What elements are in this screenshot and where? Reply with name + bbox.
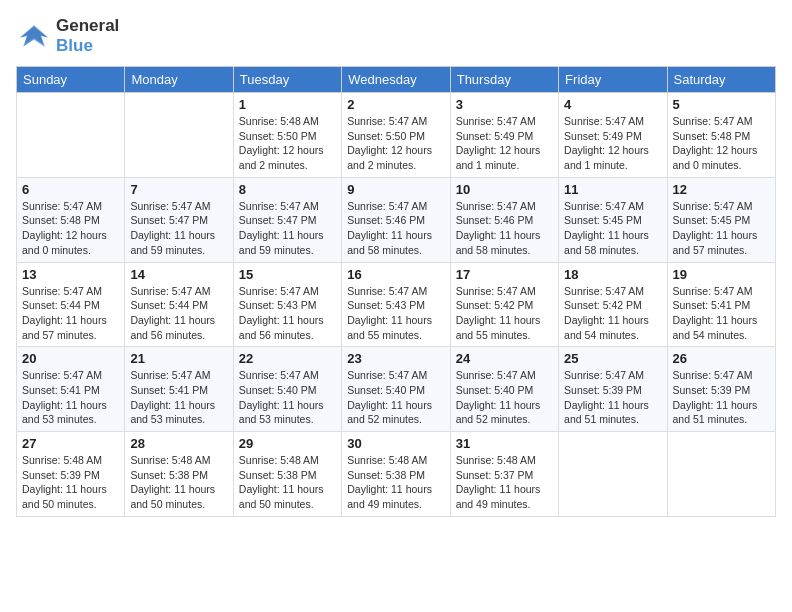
logo-icon <box>16 18 52 54</box>
calendar-cell: 26Sunrise: 5:47 AM Sunset: 5:39 PM Dayli… <box>667 347 775 432</box>
calendar-cell: 14Sunrise: 5:47 AM Sunset: 5:44 PM Dayli… <box>125 262 233 347</box>
calendar-cell: 16Sunrise: 5:47 AM Sunset: 5:43 PM Dayli… <box>342 262 450 347</box>
calendar-cell: 19Sunrise: 5:47 AM Sunset: 5:41 PM Dayli… <box>667 262 775 347</box>
day-number: 1 <box>239 97 336 112</box>
day-info: Sunrise: 5:47 AM Sunset: 5:44 PM Dayligh… <box>130 284 227 343</box>
day-info: Sunrise: 5:47 AM Sunset: 5:47 PM Dayligh… <box>239 199 336 258</box>
day-number: 21 <box>130 351 227 366</box>
day-number: 19 <box>673 267 770 282</box>
day-number: 9 <box>347 182 444 197</box>
weekday-header-tuesday: Tuesday <box>233 67 341 93</box>
day-number: 2 <box>347 97 444 112</box>
day-info: Sunrise: 5:47 AM Sunset: 5:41 PM Dayligh… <box>130 368 227 427</box>
day-number: 4 <box>564 97 661 112</box>
day-info: Sunrise: 5:47 AM Sunset: 5:39 PM Dayligh… <box>673 368 770 427</box>
day-info: Sunrise: 5:47 AM Sunset: 5:46 PM Dayligh… <box>347 199 444 258</box>
calendar-cell: 6Sunrise: 5:47 AM Sunset: 5:48 PM Daylig… <box>17 177 125 262</box>
day-info: Sunrise: 5:47 AM Sunset: 5:39 PM Dayligh… <box>564 368 661 427</box>
calendar-cell: 27Sunrise: 5:48 AM Sunset: 5:39 PM Dayli… <box>17 432 125 517</box>
day-number: 18 <box>564 267 661 282</box>
calendar-cell: 9Sunrise: 5:47 AM Sunset: 5:46 PM Daylig… <box>342 177 450 262</box>
day-number: 26 <box>673 351 770 366</box>
day-info: Sunrise: 5:47 AM Sunset: 5:42 PM Dayligh… <box>456 284 553 343</box>
calendar-cell: 4Sunrise: 5:47 AM Sunset: 5:49 PM Daylig… <box>559 93 667 178</box>
calendar-cell: 29Sunrise: 5:48 AM Sunset: 5:38 PM Dayli… <box>233 432 341 517</box>
calendar-cell: 23Sunrise: 5:47 AM Sunset: 5:40 PM Dayli… <box>342 347 450 432</box>
day-number: 30 <box>347 436 444 451</box>
calendar-cell: 7Sunrise: 5:47 AM Sunset: 5:47 PM Daylig… <box>125 177 233 262</box>
calendar-cell: 21Sunrise: 5:47 AM Sunset: 5:41 PM Dayli… <box>125 347 233 432</box>
calendar-cell: 10Sunrise: 5:47 AM Sunset: 5:46 PM Dayli… <box>450 177 558 262</box>
calendar-cell: 11Sunrise: 5:47 AM Sunset: 5:45 PM Dayli… <box>559 177 667 262</box>
day-info: Sunrise: 5:48 AM Sunset: 5:37 PM Dayligh… <box>456 453 553 512</box>
logo-text: General Blue <box>56 16 119 56</box>
calendar-cell: 17Sunrise: 5:47 AM Sunset: 5:42 PM Dayli… <box>450 262 558 347</box>
day-info: Sunrise: 5:47 AM Sunset: 5:48 PM Dayligh… <box>22 199 119 258</box>
day-number: 11 <box>564 182 661 197</box>
calendar-cell: 5Sunrise: 5:47 AM Sunset: 5:48 PM Daylig… <box>667 93 775 178</box>
day-number: 5 <box>673 97 770 112</box>
calendar-cell: 8Sunrise: 5:47 AM Sunset: 5:47 PM Daylig… <box>233 177 341 262</box>
page-header: General Blue <box>16 16 776 56</box>
calendar-cell: 28Sunrise: 5:48 AM Sunset: 5:38 PM Dayli… <box>125 432 233 517</box>
day-number: 23 <box>347 351 444 366</box>
day-number: 14 <box>130 267 227 282</box>
day-info: Sunrise: 5:47 AM Sunset: 5:50 PM Dayligh… <box>347 114 444 173</box>
day-number: 15 <box>239 267 336 282</box>
day-info: Sunrise: 5:47 AM Sunset: 5:45 PM Dayligh… <box>673 199 770 258</box>
day-number: 6 <box>22 182 119 197</box>
weekday-header-thursday: Thursday <box>450 67 558 93</box>
calendar-cell <box>17 93 125 178</box>
day-info: Sunrise: 5:47 AM Sunset: 5:49 PM Dayligh… <box>564 114 661 173</box>
calendar-cell <box>559 432 667 517</box>
day-info: Sunrise: 5:47 AM Sunset: 5:40 PM Dayligh… <box>239 368 336 427</box>
calendar-cell: 25Sunrise: 5:47 AM Sunset: 5:39 PM Dayli… <box>559 347 667 432</box>
calendar-cell: 31Sunrise: 5:48 AM Sunset: 5:37 PM Dayli… <box>450 432 558 517</box>
calendar-table: SundayMondayTuesdayWednesdayThursdayFrid… <box>16 66 776 517</box>
calendar-cell: 18Sunrise: 5:47 AM Sunset: 5:42 PM Dayli… <box>559 262 667 347</box>
day-info: Sunrise: 5:47 AM Sunset: 5:49 PM Dayligh… <box>456 114 553 173</box>
day-number: 25 <box>564 351 661 366</box>
day-number: 12 <box>673 182 770 197</box>
day-info: Sunrise: 5:47 AM Sunset: 5:48 PM Dayligh… <box>673 114 770 173</box>
day-info: Sunrise: 5:47 AM Sunset: 5:41 PM Dayligh… <box>673 284 770 343</box>
day-info: Sunrise: 5:47 AM Sunset: 5:43 PM Dayligh… <box>347 284 444 343</box>
day-info: Sunrise: 5:47 AM Sunset: 5:45 PM Dayligh… <box>564 199 661 258</box>
day-number: 27 <box>22 436 119 451</box>
day-info: Sunrise: 5:47 AM Sunset: 5:46 PM Dayligh… <box>456 199 553 258</box>
day-number: 24 <box>456 351 553 366</box>
day-info: Sunrise: 5:47 AM Sunset: 5:42 PM Dayligh… <box>564 284 661 343</box>
day-number: 8 <box>239 182 336 197</box>
day-info: Sunrise: 5:47 AM Sunset: 5:44 PM Dayligh… <box>22 284 119 343</box>
day-number: 31 <box>456 436 553 451</box>
day-number: 7 <box>130 182 227 197</box>
day-number: 22 <box>239 351 336 366</box>
weekday-header-saturday: Saturday <box>667 67 775 93</box>
weekday-header-sunday: Sunday <box>17 67 125 93</box>
day-number: 3 <box>456 97 553 112</box>
day-number: 28 <box>130 436 227 451</box>
day-info: Sunrise: 5:48 AM Sunset: 5:50 PM Dayligh… <box>239 114 336 173</box>
calendar-cell: 30Sunrise: 5:48 AM Sunset: 5:38 PM Dayli… <box>342 432 450 517</box>
calendar-cell: 24Sunrise: 5:47 AM Sunset: 5:40 PM Dayli… <box>450 347 558 432</box>
calendar-cell: 15Sunrise: 5:47 AM Sunset: 5:43 PM Dayli… <box>233 262 341 347</box>
calendar-cell <box>667 432 775 517</box>
day-info: Sunrise: 5:48 AM Sunset: 5:38 PM Dayligh… <box>239 453 336 512</box>
day-number: 16 <box>347 267 444 282</box>
calendar-cell: 2Sunrise: 5:47 AM Sunset: 5:50 PM Daylig… <box>342 93 450 178</box>
calendar-cell: 20Sunrise: 5:47 AM Sunset: 5:41 PM Dayli… <box>17 347 125 432</box>
day-number: 20 <box>22 351 119 366</box>
day-info: Sunrise: 5:48 AM Sunset: 5:38 PM Dayligh… <box>347 453 444 512</box>
day-number: 29 <box>239 436 336 451</box>
day-info: Sunrise: 5:47 AM Sunset: 5:41 PM Dayligh… <box>22 368 119 427</box>
day-number: 17 <box>456 267 553 282</box>
day-info: Sunrise: 5:48 AM Sunset: 5:38 PM Dayligh… <box>130 453 227 512</box>
day-info: Sunrise: 5:47 AM Sunset: 5:47 PM Dayligh… <box>130 199 227 258</box>
day-info: Sunrise: 5:47 AM Sunset: 5:43 PM Dayligh… <box>239 284 336 343</box>
day-info: Sunrise: 5:47 AM Sunset: 5:40 PM Dayligh… <box>456 368 553 427</box>
calendar-cell: 1Sunrise: 5:48 AM Sunset: 5:50 PM Daylig… <box>233 93 341 178</box>
calendar-cell: 22Sunrise: 5:47 AM Sunset: 5:40 PM Dayli… <box>233 347 341 432</box>
day-info: Sunrise: 5:48 AM Sunset: 5:39 PM Dayligh… <box>22 453 119 512</box>
calendar-cell: 13Sunrise: 5:47 AM Sunset: 5:44 PM Dayli… <box>17 262 125 347</box>
weekday-header-friday: Friday <box>559 67 667 93</box>
